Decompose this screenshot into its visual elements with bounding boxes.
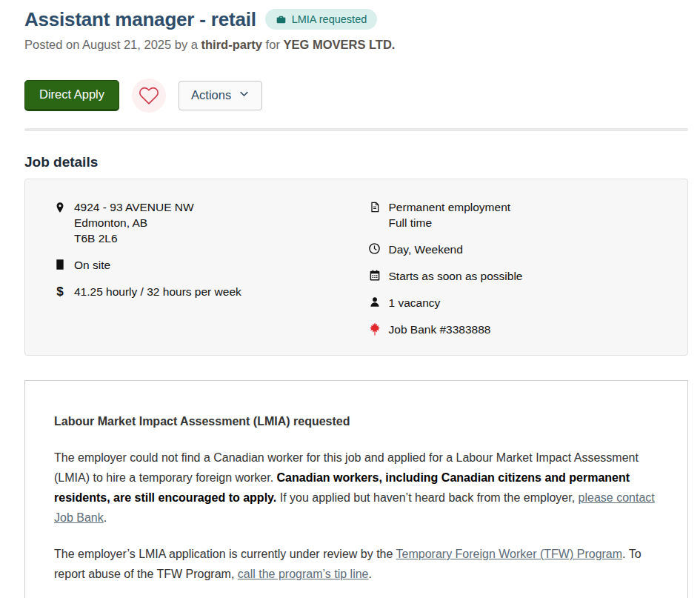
lmia-heading: Labour Market Impact Assessment (LMIA) r… [54,411,658,431]
header: Assistant manager - retail LMIA requeste… [24,9,688,30]
posted-middle: for [262,38,283,51]
chevron-down-icon [239,87,250,103]
building-icon [53,258,67,271]
employment-type-text: Permanent employment Full time [389,199,511,230]
job-posting-page: Assistant manager - retail LMIA requeste… [24,9,688,598]
lmia-status-badge: LMIA requested [265,9,378,30]
posted-prefix: Posted on August 21, 2025 by a [24,38,201,51]
detail-salary: $ 41.25 hourly / 32 hours per week [53,284,360,299]
detail-location: 4924 - 93 AVENUE NW Edmonton, AB T6B 2L6 [53,199,360,246]
location-pin-icon [53,200,67,215]
calendar-icon [367,269,382,282]
job-details-right-column: Permanent employment Full time Day, Week… [367,199,665,337]
lmia-paragraph-2: The employer’s LMIA application is curre… [54,544,658,584]
toolbar: Direct Apply Actions [24,79,688,113]
clock-icon [367,242,382,255]
document-icon [367,200,382,214]
lmia-notice-box: Labour Market Impact Assessment (LMIA) r… [24,380,688,598]
schedule-text: Day, Weekend [389,242,463,257]
lmia-paragraph-1: The employer could not find a Canadian w… [54,448,658,528]
badge-label: LMIA requested [292,13,367,25]
posted-line: Posted on August 21, 2025 by a third-par… [24,37,688,53]
company-name: YEG MOVERS LTD. [283,38,395,51]
direct-apply-button[interactable]: Direct Apply [24,80,119,110]
job-details-box: 4924 - 93 AVENUE NW Edmonton, AB T6B 2L6… [24,179,688,356]
actions-button[interactable]: Actions [179,81,262,110]
start-date-text: Starts as soon as possible [389,268,523,284]
salary-text: 41.25 hourly / 32 hours per week [74,284,241,299]
detail-employment-type: Permanent employment Full time [367,199,665,230]
dollar-sign-icon: $ [53,285,67,299]
job-details-heading: Job details [24,154,688,170]
detail-schedule: Day, Weekend [367,242,665,257]
detail-vacancies: 1 vacancy [367,295,665,310]
detail-workplace: On site [53,257,360,273]
actions-label: Actions [191,87,231,103]
poster-type: third-party [201,38,263,51]
tfw-program-link[interactable]: Temporary Foreign Worker (TFW) Program [396,548,623,560]
detail-start-date: Starts as soon as possible [367,268,665,284]
section-divider [24,128,688,131]
heart-icon [139,84,159,107]
job-bank-number-text: Job Bank #3383888 [389,322,491,337]
detail-job-bank-number: Job Bank #3383888 [367,322,665,337]
maple-leaf-icon [367,322,382,336]
tip-line-link[interactable]: call the program’s tip line [238,568,369,580]
briefcase-icon [276,14,287,25]
page-title: Assistant manager - retail [24,9,256,30]
workplace-text: On site [74,257,110,273]
job-details-left-column: 4924 - 93 AVENUE NW Edmonton, AB T6B 2L6… [53,199,360,337]
location-text: 4924 - 93 AVENUE NW Edmonton, AB T6B 2L6 [74,199,194,246]
favorite-button[interactable] [132,79,166,113]
person-icon [367,296,382,308]
vacancies-text: 1 vacancy [389,295,441,310]
